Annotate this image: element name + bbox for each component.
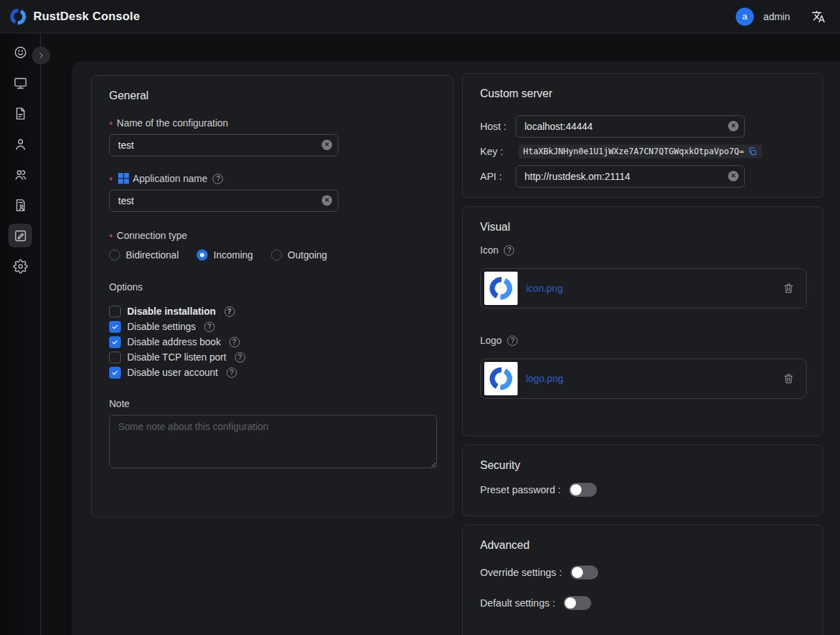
logo-label-row: Logo ? <box>480 335 805 346</box>
delete-logo-button[interactable] <box>782 372 795 385</box>
required-asterisk: * <box>109 175 113 185</box>
key-value: HtaXBkJNHyn0e1U1jWXze7A7CN7QTGWqxkOtpaVp… <box>523 147 744 156</box>
users-icon <box>13 167 28 182</box>
help-icon[interactable]: ? <box>504 245 514 256</box>
key-row: Key : HtaXBkJNHyn0e1U1jWXze7A7CN7QTGWqxk… <box>480 145 805 158</box>
api-input[interactable] <box>516 165 745 188</box>
sidebar-expand-button[interactable] <box>32 47 50 65</box>
required-asterisk: * <box>109 119 113 130</box>
visual-title: Visual <box>480 221 805 233</box>
windows-icon <box>118 173 129 184</box>
help-icon[interactable]: ? <box>229 337 240 347</box>
user-avatar[interactable]: a <box>736 8 754 26</box>
trash-icon <box>782 372 795 385</box>
checkbox-icon <box>109 321 121 333</box>
config-name-input[interactable] <box>109 134 338 156</box>
copy-key-button[interactable] <box>748 147 757 156</box>
api-input-wrap: ✕ <box>516 165 745 188</box>
toggle-knob <box>565 597 576 609</box>
key-value-chip: HtaXBkJNHyn0e1U1jWXze7A7CN7QTGWqxkOtpaVp… <box>518 145 762 158</box>
checkbox-disable-tcp-listen-port[interactable]: Disable TCP listen port ? <box>109 349 436 365</box>
rustdesk-logo-icon <box>8 7 28 26</box>
logo-file-link[interactable]: logo.png <box>526 373 563 384</box>
logo-thumbnail <box>484 362 518 395</box>
name-input-wrap: ✕ <box>109 134 338 156</box>
user-icon <box>13 137 28 151</box>
app-title: RustDesk Console <box>33 10 140 24</box>
radio-outgoing[interactable]: Outgoing <box>271 249 327 261</box>
override-settings-row: Override settings : <box>480 566 805 579</box>
sidebar-item-custom-clients[interactable] <box>8 224 32 247</box>
help-icon[interactable]: ? <box>507 336 518 346</box>
clear-name-icon[interactable]: ✕ <box>322 140 332 150</box>
help-icon[interactable]: ? <box>224 306 235 317</box>
checkbox-icon <box>109 367 121 379</box>
host-input-wrap: ✕ <box>516 115 745 138</box>
api-row: API : ✕ <box>480 165 805 188</box>
brand: RustDesk Console <box>8 7 140 26</box>
chevron-right-icon <box>37 51 45 60</box>
language-button[interactable] <box>811 9 826 24</box>
custom-server-title: Custom server <box>480 88 805 100</box>
main-content: General * Name of the configuration ✕ * … <box>72 61 840 635</box>
sidebar-item-dashboard[interactable] <box>8 40 32 64</box>
app-field-label: * Application name ? <box>109 173 436 184</box>
clear-api-icon[interactable]: ✕ <box>728 171 739 181</box>
checkbox-icon <box>109 336 121 348</box>
edit-square-icon <box>13 229 28 243</box>
default-settings-label: Default settings : <box>480 597 555 609</box>
advanced-card: Advanced Override settings : Default set… <box>462 525 823 635</box>
help-icon[interactable]: ? <box>235 352 245 363</box>
custom-server-card: Custom server Host : ✕ Key : HtaXBkJNHyn… <box>462 73 823 198</box>
monitor-icon <box>13 76 28 90</box>
required-asterisk: * <box>109 232 113 242</box>
application-name-input[interactable] <box>109 190 338 212</box>
connection-type-radios: Bidirectional Incoming Outgoing <box>109 249 436 261</box>
host-label: Host : <box>480 121 516 132</box>
radio-incoming[interactable]: Incoming <box>197 249 253 261</box>
override-settings-toggle[interactable] <box>570 566 598 579</box>
checkbox-disable-settings[interactable]: Disable settings ? <box>109 319 436 334</box>
default-settings-toggle[interactable] <box>563 596 591 610</box>
sidebar-item-devices[interactable] <box>8 71 32 94</box>
toggle-knob <box>572 567 583 578</box>
copy-icon <box>748 147 757 156</box>
clear-app-icon[interactable]: ✕ <box>322 195 332 206</box>
options-label: Options <box>109 281 436 292</box>
smiley-icon <box>13 45 28 60</box>
checkbox-icon <box>109 352 121 363</box>
advanced-title: Advanced <box>480 539 805 552</box>
rustdesk-logo-icon <box>487 365 515 393</box>
general-card: General * Name of the configuration ✕ * … <box>91 75 454 518</box>
delete-icon-button[interactable] <box>782 282 795 295</box>
help-icon[interactable]: ? <box>204 322 215 332</box>
sidebar-item-settings[interactable] <box>8 254 32 278</box>
security-title: Security <box>480 459 805 472</box>
note-textarea[interactable] <box>109 415 437 468</box>
sidebar-item-users[interactable] <box>8 132 32 156</box>
preset-password-row: Preset password : <box>480 483 805 497</box>
help-icon[interactable]: ? <box>213 174 223 184</box>
translate-icon <box>812 10 825 24</box>
clear-host-icon[interactable]: ✕ <box>728 121 739 131</box>
radio-circle-icon <box>271 249 282 261</box>
app-header: RustDesk Console a admin <box>0 0 840 33</box>
sidebar-item-address-books[interactable] <box>8 193 32 217</box>
checkbox-disable-user-account[interactable]: Disable user account ? <box>109 365 436 380</box>
gear-icon <box>13 259 28 274</box>
help-icon[interactable]: ? <box>227 368 237 378</box>
icon-file-row: icon.png <box>480 268 807 308</box>
connection-type-label: * Connection type <box>109 230 436 241</box>
logo-file-row: logo.png <box>480 358 807 399</box>
sidebar-item-audit[interactable] <box>8 101 32 125</box>
name-field-label: * Name of the configuration <box>109 117 436 129</box>
preset-password-toggle[interactable] <box>569 483 597 497</box>
checkbox-disable-installation[interactable]: Disable installation ? <box>109 304 436 319</box>
icon-file-link[interactable]: icon.png <box>526 283 563 294</box>
checkbox-disable-address-book[interactable]: Disable address book ? <box>109 334 436 349</box>
host-input[interactable] <box>516 115 745 138</box>
sidebar-item-groups[interactable] <box>8 163 32 186</box>
username[interactable]: admin <box>764 11 790 22</box>
key-label: Key : <box>480 146 516 157</box>
radio-bidirectional[interactable]: Bidirectional <box>109 249 179 261</box>
